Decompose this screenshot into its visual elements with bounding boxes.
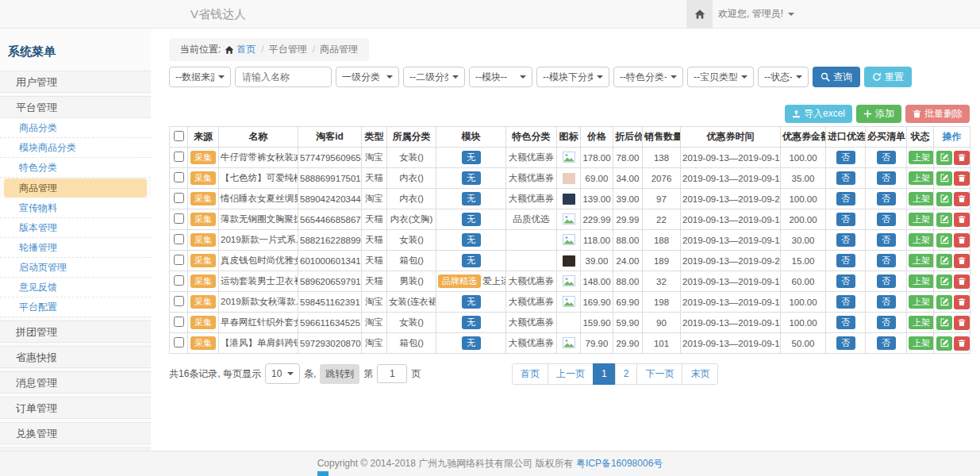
sidebar-group[interactable]: 省惠快报: [0, 346, 151, 368]
sidebar-group[interactable]: 订单管理: [0, 397, 151, 419]
must-buy-badge[interactable]: 否: [877, 336, 896, 350]
module-badge[interactable]: 品牌精选: [438, 274, 481, 288]
status-badge[interactable]: 上架: [909, 274, 934, 288]
user-menu[interactable]: 欢迎您, 管理员!: [718, 0, 794, 28]
sidebar-group[interactable]: 用户管理: [0, 71, 151, 93]
filter-select[interactable]: 一级分类: [336, 67, 399, 87]
delete-button[interactable]: [954, 192, 970, 206]
edit-button[interactable]: [936, 336, 952, 351]
page-button[interactable]: 2: [615, 363, 638, 385]
filter-select[interactable]: --二级分类--: [403, 67, 465, 87]
module-badge[interactable]: 无: [462, 233, 481, 247]
import-flag-badge[interactable]: 否: [836, 171, 855, 185]
delete-button[interactable]: [954, 274, 970, 289]
delete-button[interactable]: [954, 151, 970, 165]
module-badge[interactable]: 无: [462, 151, 481, 164]
row-checkbox[interactable]: [174, 172, 184, 182]
add-button[interactable]: 添加: [856, 105, 901, 123]
module-badge[interactable]: 无: [462, 295, 481, 309]
row-checkbox[interactable]: [174, 337, 184, 347]
status-badge[interactable]: 上架: [909, 151, 934, 164]
status-badge[interactable]: 上架: [909, 192, 934, 205]
delete-button[interactable]: [954, 254, 970, 268]
sidebar-item[interactable]: 启动页管理: [0, 258, 151, 278]
row-checkbox[interactable]: [174, 317, 184, 327]
edit-button[interactable]: [936, 192, 952, 206]
import-flag-badge[interactable]: 否: [836, 192, 855, 205]
select-all-checkbox[interactable]: [174, 131, 184, 141]
edit-button[interactable]: [936, 274, 952, 289]
row-checkbox[interactable]: [174, 193, 184, 203]
status-badge[interactable]: 上架: [909, 295, 934, 309]
must-buy-badge[interactable]: 否: [877, 192, 896, 205]
edit-button[interactable]: [936, 171, 952, 186]
delete-button[interactable]: [954, 233, 970, 248]
status-badge[interactable]: 上架: [909, 171, 934, 185]
batch-delete-button[interactable]: 批量删除: [905, 105, 970, 123]
sidebar-item[interactable]: 商品管理: [4, 178, 147, 198]
module-badge[interactable]: 无: [462, 192, 481, 205]
import-flag-badge[interactable]: 否: [836, 316, 855, 329]
must-buy-badge[interactable]: 否: [877, 171, 896, 185]
must-buy-badge[interactable]: 否: [877, 316, 896, 329]
module-badge[interactable]: 无: [462, 171, 481, 185]
sidebar-group[interactable]: 消息管理: [0, 371, 151, 393]
per-page-select[interactable]: 10: [265, 363, 300, 384]
delete-button[interactable]: [954, 336, 970, 351]
status-badge[interactable]: 上架: [909, 233, 934, 247]
row-checkbox[interactable]: [174, 275, 184, 286]
edit-button[interactable]: [936, 151, 952, 165]
page-button[interactable]: 末页: [682, 363, 718, 385]
page-button[interactable]: 上一页: [548, 363, 594, 385]
sidebar-item[interactable]: 模块商品分类: [0, 138, 151, 158]
sidebar-item[interactable]: 商品分类: [0, 118, 151, 138]
import-excel-button[interactable]: 导入excel: [785, 105, 852, 123]
status-badge[interactable]: 上架: [909, 316, 934, 329]
page-button[interactable]: 1: [593, 363, 616, 385]
edit-button[interactable]: [936, 316, 952, 330]
sidebar-group[interactable]: 平台管理: [0, 96, 151, 118]
filter-select[interactable]: --数据来源--: [169, 67, 231, 87]
delete-button[interactable]: [954, 171, 970, 186]
row-checkbox[interactable]: [174, 213, 184, 224]
home-button[interactable]: [686, 0, 713, 28]
sidebar-item[interactable]: 特色分类: [0, 158, 151, 178]
module-badge[interactable]: 无: [462, 254, 481, 267]
filter-select[interactable]: --特色分类--: [613, 67, 683, 87]
filter-select[interactable]: --宝贝类型--: [687, 67, 754, 87]
import-flag-badge[interactable]: 否: [836, 213, 855, 226]
import-flag-badge[interactable]: 否: [836, 336, 855, 350]
status-badge[interactable]: 上架: [909, 336, 934, 350]
filter-select[interactable]: --模块下分类--: [536, 67, 609, 87]
delete-button[interactable]: [954, 213, 970, 227]
delete-button[interactable]: [954, 316, 970, 330]
page-number-input[interactable]: [377, 364, 407, 383]
must-buy-badge[interactable]: 否: [877, 151, 896, 164]
import-flag-badge[interactable]: 否: [836, 295, 855, 309]
icp-link[interactable]: 粤ICP备16098006号: [576, 458, 663, 469]
sidebar-item[interactable]: 轮播管理: [0, 238, 151, 258]
delete-button[interactable]: [954, 295, 970, 309]
reset-button[interactable]: 重置: [864, 67, 912, 87]
sidebar-item[interactable]: 意见反馈: [0, 278, 151, 298]
must-buy-badge[interactable]: 否: [877, 295, 896, 309]
row-checkbox[interactable]: [174, 234, 184, 244]
edit-button[interactable]: [936, 233, 952, 248]
sidebar-group[interactable]: 拼团管理: [0, 321, 151, 343]
page-button[interactable]: 首页: [512, 363, 548, 385]
module-badge[interactable]: 无: [462, 336, 481, 350]
status-badge[interactable]: 上架: [909, 213, 934, 226]
sidebar-item[interactable]: 平台配置: [0, 298, 151, 317]
row-checkbox[interactable]: [174, 296, 184, 306]
row-checkbox[interactable]: [174, 255, 184, 265]
must-buy-badge[interactable]: 否: [877, 233, 896, 247]
must-buy-badge[interactable]: 否: [877, 213, 896, 226]
search-input[interactable]: [235, 67, 332, 87]
import-flag-badge[interactable]: 否: [836, 233, 855, 247]
module-badge[interactable]: 无: [462, 316, 481, 329]
row-checkbox[interactable]: [174, 152, 184, 162]
filter-select[interactable]: --状态--: [758, 67, 809, 87]
import-flag-badge[interactable]: 否: [836, 254, 855, 267]
status-badge[interactable]: 上架: [909, 254, 934, 267]
sidebar-item[interactable]: 宣传物料: [0, 198, 151, 218]
